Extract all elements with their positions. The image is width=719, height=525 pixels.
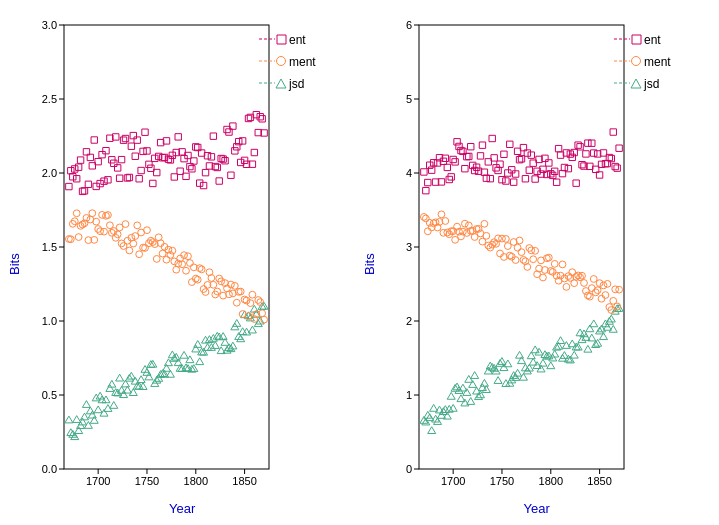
charts-row: Bits Year Bits Year (5, 10, 714, 520)
chart1-container: Bits Year (5, 10, 360, 520)
chart1-with-yaxis: Bits (5, 10, 360, 499)
chart1-inner (22, 10, 360, 499)
chart1-x-label: Year (169, 501, 195, 520)
chart2-inner (377, 10, 715, 499)
main-container: Bits Year Bits Year (0, 0, 719, 525)
chart1-canvas (22, 10, 359, 499)
chart2-x-label: Year (524, 501, 550, 520)
chart2-y-label: Bits (360, 10, 377, 499)
chart2-canvas (377, 10, 714, 499)
chart2-with-yaxis: Bits (360, 10, 715, 499)
chart2-container: Bits Year (360, 10, 715, 520)
chart1-y-label: Bits (5, 10, 22, 499)
